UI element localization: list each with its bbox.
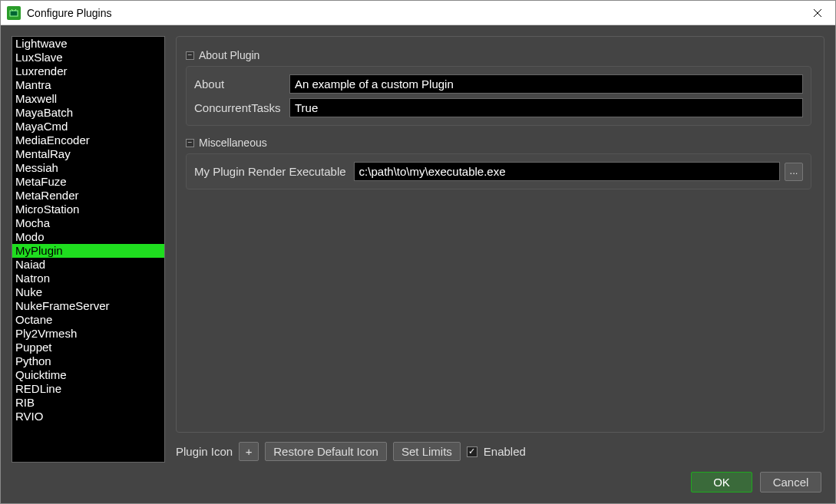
value-about[interactable]: An example of a custom Plugin [289, 74, 803, 94]
set-limits-button[interactable]: Set Limits [393, 442, 461, 461]
plugin-item[interactable]: MicroStation [12, 203, 164, 216]
plugin-item[interactable]: Naiad [12, 258, 164, 272]
plugin-item[interactable]: Python [12, 354, 164, 368]
collapse-icon[interactable]: − [186, 51, 194, 60]
row-about: About An example of a custom Plugin [194, 74, 803, 94]
plugin-item[interactable]: MediaEncoder [12, 133, 164, 147]
plugin-item[interactable]: Mocha [12, 216, 164, 230]
plugin-item[interactable]: NukeFrameServer [12, 299, 164, 313]
close-button[interactable] [800, 1, 835, 25]
plugin-list-container: LightwaveLuxSlaveLuxrenderMantraMaxwellM… [12, 36, 165, 463]
plugin-item[interactable]: REDLine [12, 382, 164, 396]
section-header-misc[interactable]: − Miscellaneous [186, 137, 811, 149]
dialog-buttons: OK Cancel [12, 472, 824, 492]
svg-rect-0 [10, 11, 18, 16]
plugin-item[interactable]: MetaFuze [12, 175, 164, 189]
plugin-item[interactable]: MyPlugin [12, 244, 164, 258]
plugin-item[interactable]: Quicktime [12, 368, 164, 382]
browse-button[interactable]: ... [785, 163, 803, 181]
plugin-item[interactable]: Lightwave [12, 37, 164, 51]
plugin-item[interactable]: Ply2Vrmesh [12, 327, 164, 341]
plugin-item[interactable]: Maxwell [12, 92, 164, 106]
configure-plugins-window: Configure Plugins LightwaveLuxSlaveLuxre… [0, 0, 836, 504]
plugin-item[interactable]: Messiah [12, 161, 164, 175]
plugin-item[interactable]: Octane [12, 313, 164, 327]
plugin-item[interactable]: Mantra [12, 78, 164, 92]
section-header-about[interactable]: − About Plugin [186, 49, 811, 61]
section-title-misc: Miscellaneous [199, 137, 267, 149]
label-about: About [194, 77, 285, 91]
plugin-icon-label: Plugin Icon [176, 445, 233, 458]
section-title-about: About Plugin [199, 49, 259, 61]
titlebar: Configure Plugins [1, 1, 835, 25]
section-body-about: About An example of a custom Plugin Conc… [186, 66, 811, 126]
value-concurrent[interactable]: True [289, 98, 803, 117]
collapse-icon[interactable]: − [186, 139, 194, 147]
plugin-item[interactable]: Natron [12, 272, 164, 285]
cancel-button[interactable]: Cancel [760, 472, 821, 492]
enabled-checkbox[interactable]: ✓ [467, 446, 477, 457]
client-area: LightwaveLuxSlaveLuxrenderMantraMaxwellM… [1, 25, 835, 503]
bottom-toolbar: Plugin Icon + Restore Default Icon Set L… [176, 440, 824, 463]
plugin-item[interactable]: Modo [12, 230, 164, 244]
plugin-item[interactable]: Nuke [12, 285, 164, 299]
settings-panel: − About Plugin About An example of a cus… [176, 36, 824, 433]
plugin-item[interactable]: MetaRender [12, 189, 164, 203]
plugin-item[interactable]: Luxrender [12, 64, 164, 78]
row-concurrent: ConcurrentTasks True [194, 98, 803, 117]
row-exec: My Plugin Render Executable c:\path\to\m… [194, 162, 803, 181]
plugin-item[interactable]: Puppet [12, 341, 164, 354]
close-icon [813, 8, 822, 18]
plugin-item[interactable]: MayaBatch [12, 106, 164, 120]
plugin-item[interactable]: MentalRay [12, 147, 164, 161]
plugin-item[interactable]: RVIO [12, 410, 164, 423]
main-row: LightwaveLuxSlaveLuxrenderMantraMaxwellM… [12, 36, 824, 463]
app-icon [7, 6, 21, 20]
plugin-item[interactable]: RIB [12, 396, 164, 410]
right-pane: − About Plugin About An example of a cus… [176, 36, 824, 463]
section-body-misc: My Plugin Render Executable c:\path\to\m… [186, 153, 811, 189]
restore-default-icon-button[interactable]: Restore Default Icon [265, 442, 387, 461]
enabled-label: Enabled [484, 445, 526, 458]
label-concurrent: ConcurrentTasks [194, 101, 285, 114]
add-icon-button[interactable]: + [239, 442, 259, 461]
window-title: Configure Plugins [27, 7, 800, 19]
plugin-list[interactable]: LightwaveLuxSlaveLuxrenderMantraMaxwellM… [12, 37, 164, 462]
value-exec[interactable]: c:\path\to\my\executable.exe [354, 162, 780, 181]
ok-button[interactable]: OK [691, 472, 752, 492]
plugin-item[interactable]: LuxSlave [12, 51, 164, 64]
plugin-item[interactable]: MayaCmd [12, 120, 164, 133]
label-exec: My Plugin Render Executable [194, 165, 349, 178]
